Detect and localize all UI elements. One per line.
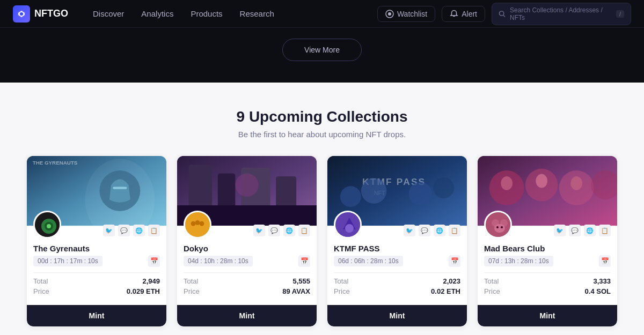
svg-point-24	[195, 220, 200, 225]
svg-point-31	[409, 182, 432, 205]
upcoming-subtitle: Be the first to hear about upcoming NFT …	[13, 130, 631, 139]
stat-price-dokyo: Price 89 AVAX	[184, 287, 310, 295]
svg-point-25	[200, 221, 204, 226]
timer-gyrenauts: 00d : 17h : 17m : 10s	[33, 256, 103, 266]
copy-icon-ktmf[interactable]: 📋	[449, 225, 460, 236]
svg-point-29	[340, 186, 361, 207]
view-more-top-wrapper: View More	[0, 28, 644, 83]
watchlist-icon	[385, 10, 394, 18]
collections-grid: THE GYRENAUTS	[27, 156, 617, 326]
avatar-dokyo	[184, 211, 211, 239]
timer-row-bears: 07d : 13h : 28m : 10s 📅	[484, 255, 611, 267]
svg-point-21	[235, 174, 258, 197]
card-avatar-row-ktmf: 🐦 💬 🌐 📋	[327, 211, 467, 239]
svg-point-30	[361, 178, 387, 204]
mint-button-gyrenauts[interactable]: Mint	[27, 305, 166, 326]
web-icon[interactable]: 🌐	[133, 225, 145, 236]
twitter-icon-ktmf[interactable]: 🐦	[404, 225, 415, 236]
collection-card-ktmf: KTMF PASS NFT	[327, 156, 467, 326]
stats-dokyo: Total 5,555 Price 89 AVAX	[184, 272, 310, 300]
view-more-top-button[interactable]: View More	[282, 39, 362, 61]
svg-point-48	[496, 226, 499, 228]
svg-point-23	[191, 221, 196, 226]
social-icons-gyrenauts: 🐦 💬 🌐 📋	[103, 225, 160, 239]
collection-name-bears: Mad Bears Club	[484, 244, 545, 253]
stats-bears: Total 3,333 Price 0.4 SOL	[484, 272, 611, 300]
nav-products[interactable]: Products	[183, 6, 230, 21]
mint-button-ktmf[interactable]: Mint	[327, 305, 467, 326]
calendar-icon-gyrenauts[interactable]: 📅	[148, 255, 160, 267]
svg-point-2	[20, 12, 23, 16]
twitter-icon[interactable]: 🐦	[103, 225, 115, 236]
stat-total-gyrenauts: Total 2,949	[33, 277, 160, 285]
svg-point-41	[501, 176, 513, 190]
discord-icon-ktmf[interactable]: 💬	[419, 225, 430, 236]
twitter-icon-dokyo[interactable]: 🐦	[253, 225, 265, 236]
svg-point-47	[494, 224, 505, 233]
calendar-icon-ktmf[interactable]: 📅	[449, 255, 460, 267]
header-right: Watchlist Alert Search Collections / Add…	[377, 3, 631, 25]
svg-point-4	[388, 12, 391, 16]
upcoming-header: 9 Upcoming Collections Be the first to h…	[13, 108, 631, 139]
svg-point-14	[47, 224, 51, 228]
timer-row-ktmf: 06d : 06h : 28m : 10s 📅	[334, 255, 460, 267]
stat-price-bears: Price 0.4 SOL	[484, 287, 611, 295]
search-icon	[499, 10, 506, 18]
web-icon-dokyo[interactable]: 🌐	[283, 225, 295, 236]
timer-row-gyrenauts: 00d : 17h : 17m : 10s 📅	[33, 255, 160, 267]
collection-card-gyrenauts: THE GYRENAUTS	[27, 156, 166, 326]
bell-icon	[450, 10, 458, 18]
upcoming-title: 9 Upcoming Collections	[13, 108, 631, 125]
card-body-ktmf: KTMF PASS 06d : 06h : 28m : 10s 📅 Total …	[327, 239, 467, 300]
svg-rect-10	[113, 187, 127, 189]
mint-button-bears[interactable]: Mint	[478, 305, 617, 326]
svg-point-35	[345, 224, 354, 233]
search-placeholder: Search Collections / Addresses / NFTs	[510, 6, 612, 21]
card-avatar-row-gyrenauts: 🐦 💬 🌐 📋	[27, 211, 166, 239]
social-icons-dokyo: 🐦 💬 🌐 📋	[253, 225, 310, 239]
nav-discover[interactable]: Discover	[85, 6, 131, 21]
collection-name-gyrenauts: The Gyrenauts	[33, 244, 90, 253]
social-icons-ktmf: 🐦 💬 🌐 📋	[404, 225, 460, 239]
view-more-bottom-wrapper: View More	[13, 326, 631, 335]
collection-name-dokyo: Dokyo	[184, 244, 208, 253]
header: NFTGO Discover Analytics Products Resear…	[0, 0, 644, 28]
svg-point-43	[570, 176, 582, 190]
discord-icon[interactable]: 💬	[118, 225, 130, 236]
search-bar[interactable]: Search Collections / Addresses / NFTs /	[492, 3, 631, 25]
svg-point-32	[433, 177, 454, 198]
svg-point-49	[501, 226, 503, 228]
calendar-icon-bears[interactable]: 📅	[599, 255, 611, 267]
main-content: View More 9 Upcoming Collections Be the …	[0, 28, 644, 335]
copy-icon-bears[interactable]: 📋	[599, 225, 611, 236]
timer-ktmf: 06d : 06h : 28m : 10s	[334, 256, 403, 266]
logo[interactable]: NFTGO	[13, 5, 68, 23]
copy-icon-dokyo[interactable]: 📋	[298, 225, 310, 236]
card-body-dokyo: Dokyo 04d : 10h : 28m : 10s 📅 Total 5,55…	[177, 239, 317, 300]
stat-total-bears: Total 3,333	[484, 277, 611, 285]
discord-icon-dokyo[interactable]: 💬	[268, 225, 280, 236]
nav-research[interactable]: Research	[232, 6, 282, 21]
web-icon-bears[interactable]: 🌐	[584, 225, 596, 236]
twitter-icon-bears[interactable]: 🐦	[554, 225, 566, 236]
stat-total-ktmf: Total 2,023	[334, 277, 460, 285]
card-avatar-row-bears: 🐦 💬 🌐 📋	[478, 211, 617, 239]
discord-icon-bears[interactable]: 💬	[569, 225, 581, 236]
svg-rect-16	[189, 165, 212, 211]
mint-button-dokyo[interactable]: Mint	[177, 305, 317, 326]
copy-icon[interactable]: 📋	[148, 225, 160, 236]
collection-name-ktmf: KTMF PASS	[334, 244, 380, 253]
timer-row-dokyo: 04d : 10h : 28m : 10s 📅	[184, 255, 310, 267]
logo-text: NFTGO	[34, 8, 68, 19]
avatar-bears	[484, 211, 512, 239]
calendar-icon-dokyo[interactable]: 📅	[298, 255, 310, 267]
watchlist-button[interactable]: Watchlist	[377, 6, 435, 22]
main-nav: Discover Analytics Products Research	[85, 6, 377, 21]
alert-button[interactable]: Alert	[442, 6, 485, 22]
logo-icon	[13, 5, 30, 23]
card-avatar-row-dokyo: 🐦 💬 🌐 📋	[177, 211, 317, 239]
web-icon-ktmf[interactable]: 🌐	[434, 225, 445, 236]
search-slash: /	[616, 10, 624, 18]
nav-analytics[interactable]: Analytics	[134, 6, 181, 21]
stat-price-ktmf: Price 0.02 ETH	[334, 287, 460, 295]
